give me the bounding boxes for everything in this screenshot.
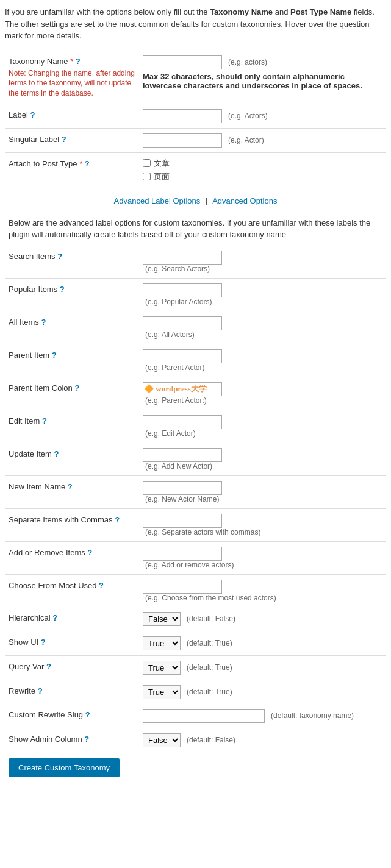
choose_most_used-help[interactable]: ? xyxy=(97,581,104,590)
custom-rewrite-slug-input[interactable] xyxy=(143,709,265,723)
parent_item-input[interactable] xyxy=(143,349,222,363)
hierarchical-row: Hierarchical ? FalseTrue (default: False… xyxy=(5,607,386,631)
update_item-label-cell: Update Item ? xyxy=(5,443,139,475)
edit_item-label: Edit Item xyxy=(9,416,40,425)
label-input[interactable] xyxy=(143,109,222,123)
update_item-example: (e.g. Add New Actor) xyxy=(145,462,382,471)
choose_most_used-input-cell: (e.g. Choose from the most used actors) xyxy=(139,574,386,607)
show-admin-column-select[interactable]: FalseTrue xyxy=(143,733,181,747)
advanced-label-options-link[interactable]: Advanced Label Options xyxy=(114,196,201,205)
taxonomy-name-required: * xyxy=(70,57,73,66)
label-input-cell: (e.g. Actors) xyxy=(139,104,386,128)
singular-label-help[interactable]: ? xyxy=(62,135,66,144)
add_remove_items-help[interactable]: ? xyxy=(85,548,93,557)
parent_item_colon-label-cell: Parent Item Colon ? xyxy=(5,377,139,410)
update_item-label: Update Item xyxy=(9,449,52,458)
select-fields-table: Hierarchical ? FalseTrue (default: False… xyxy=(5,607,386,704)
attach-post-type-help[interactable]: ? xyxy=(85,159,90,168)
separate_items-input-row xyxy=(143,514,382,528)
popular_items-help[interactable]: ? xyxy=(57,285,65,294)
taxonomy-name-example: (e.g. actors) xyxy=(228,58,267,66)
rewrite-select[interactable]: TrueFalse xyxy=(143,685,181,699)
rewrite-select-row: TrueFalse (default: True) xyxy=(143,685,382,699)
parent_item_colon-help[interactable]: ? xyxy=(73,383,80,393)
query_var-select[interactable]: TrueFalse xyxy=(143,661,181,675)
search_items-input-row xyxy=(143,251,382,265)
new_item_name-input[interactable] xyxy=(143,481,222,495)
taxonomy-name-help[interactable]: ? xyxy=(76,57,81,66)
show-admin-column-label: Show Admin Column xyxy=(9,735,82,744)
separate_items-input[interactable] xyxy=(143,514,222,528)
new_item_name-help[interactable]: ? xyxy=(65,482,73,491)
custom-rewrite-slug-help[interactable]: ? xyxy=(85,710,90,719)
hierarchical-select[interactable]: FalseTrue xyxy=(143,612,181,626)
show-admin-column-help[interactable]: ? xyxy=(84,735,89,744)
all_items-help[interactable]: ? xyxy=(39,318,46,327)
checkbox-post-row: 文章 xyxy=(143,158,382,169)
checkbox-page-row: 页面 xyxy=(143,171,382,182)
attach-post-type-required: * xyxy=(79,159,82,168)
choose_most_used-label: Choose From Most Used xyxy=(9,581,97,590)
popular_items-label: Popular Items xyxy=(9,285,57,294)
show-admin-column-select-cell: FalseTrue (default: False) xyxy=(139,728,386,752)
attach-post-type-label: Attach to Post Type xyxy=(9,159,77,168)
show_ui-select[interactable]: TrueFalse xyxy=(143,636,181,650)
attach-post-type-label-cell: Attach to Post Type * ? xyxy=(5,152,139,190)
rewrite-help[interactable]: ? xyxy=(35,686,43,695)
show_ui-help[interactable]: ? xyxy=(38,638,46,647)
separate_items-help[interactable]: ? xyxy=(113,515,120,524)
edit_item-label-cell: Edit Item ? xyxy=(5,410,139,443)
add_remove_items-label-cell: Add or Remove Items ? xyxy=(5,541,139,574)
edit_item-input[interactable] xyxy=(143,415,222,429)
parent_item-input-cell: (e.g. Parent Actor) xyxy=(139,344,386,377)
advanced-options-link[interactable]: Advanced Options xyxy=(212,196,277,205)
label-help[interactable]: ? xyxy=(30,110,35,119)
create-taxonomy-button[interactable]: Create Custom Taxonomy xyxy=(9,758,120,777)
hierarchical-select-cell: FalseTrue (default: False) xyxy=(139,607,386,631)
checkbox-page-label: 页面 xyxy=(154,171,170,182)
separate_items-input-cell: (e.g. Separate actors with commas) xyxy=(139,508,386,541)
new_item_name-label: New Item Name xyxy=(9,482,65,491)
all_items-input-cell: (e.g. All Actors) xyxy=(139,311,386,344)
main-fields-table: Taxonomy Name * ? Note: Changing the nam… xyxy=(5,51,386,190)
add_remove_items-label: Add or Remove Items xyxy=(9,548,85,557)
update_item-input-row xyxy=(143,448,382,462)
taxonomy-name-input[interactable] xyxy=(143,55,222,69)
search_items-help[interactable]: ? xyxy=(56,252,63,261)
popular_items-label-cell: Popular Items ? xyxy=(5,278,139,311)
parent_item_colon-input[interactable] xyxy=(143,382,222,396)
show_ui-select-cell: TrueFalse (default: True) xyxy=(139,631,386,655)
popular_items-input[interactable] xyxy=(143,283,222,297)
query_var-help[interactable]: ? xyxy=(44,662,51,671)
search_items-example: (e.g. Search Actors) xyxy=(145,265,382,273)
edit_item-input-cell: (e.g. Edit Actor) xyxy=(139,410,386,443)
parent_item_colon-input-row: 🔶 wordpress大学 xyxy=(143,382,382,396)
singular-label-input[interactable] xyxy=(143,133,222,148)
choose_most_used-input[interactable] xyxy=(143,580,222,594)
attach-post-type-checkboxes-cell: 文章 页面 xyxy=(139,152,386,190)
all_items-input[interactable] xyxy=(143,316,222,330)
custom-rewrite-table: Custom Rewrite Slug ? (default: taxonomy… xyxy=(5,704,386,752)
choose_most_used-label-cell: Choose From Most Used ? xyxy=(5,574,139,607)
edit_item-help[interactable]: ? xyxy=(40,416,47,425)
parent_item-label-cell: Parent Item ? xyxy=(5,344,139,377)
checkbox-page[interactable] xyxy=(143,173,151,180)
hierarchical-label: Hierarchical xyxy=(9,613,51,622)
update_item-input[interactable] xyxy=(143,448,222,462)
separate_items-row: Separate Items with Commas ? (e.g. Separ… xyxy=(5,508,386,541)
hierarchical-label-cell: Hierarchical ? xyxy=(5,607,139,631)
taxonomy-name-note: Note: Changing the name, after adding te… xyxy=(9,68,135,99)
add_remove_items-input[interactable] xyxy=(143,547,222,561)
label-row: Label ? (e.g. Actors) xyxy=(5,104,386,128)
choose_most_used-example: (e.g. Choose from the most used actors) xyxy=(145,594,382,602)
new_item_name-example: (e.g. New Actor Name) xyxy=(145,495,382,503)
search_items-label: Search Items xyxy=(9,252,56,261)
checkbox-post[interactable] xyxy=(143,159,151,167)
parent_item_colon-watermark-area: 🔶 wordpress大学 xyxy=(143,382,222,396)
parent_item-help[interactable]: ? xyxy=(49,350,57,360)
search_items-input[interactable] xyxy=(143,251,222,265)
update_item-help[interactable]: ? xyxy=(52,449,59,458)
hierarchical-help[interactable]: ? xyxy=(51,613,58,622)
advanced-desc: Below are the advanced label options for… xyxy=(5,212,386,246)
choose_most_used-input-row xyxy=(143,580,382,594)
